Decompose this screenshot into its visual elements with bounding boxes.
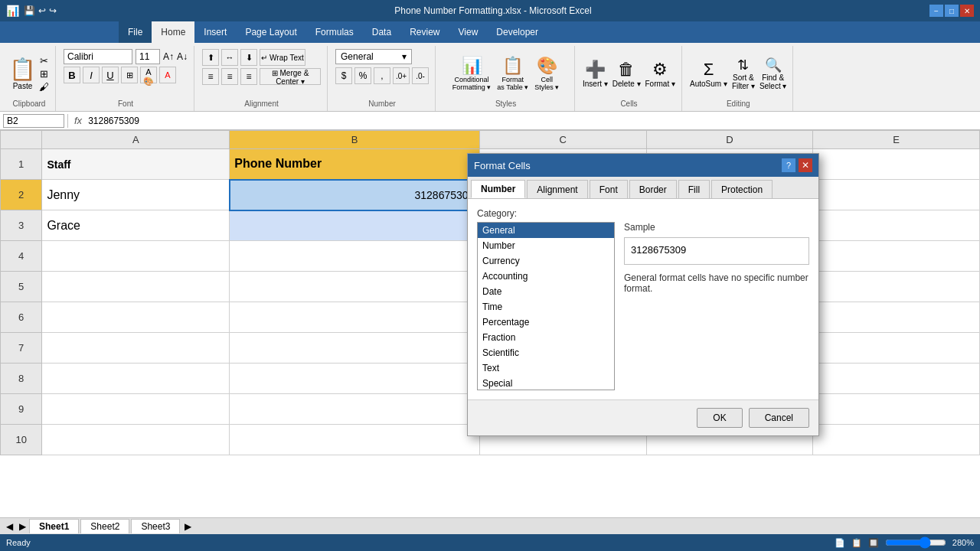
dialog-tabs: Number Alignment Font Border Fill Protec…: [468, 177, 818, 199]
dialog-tab-font[interactable]: Font: [590, 180, 628, 198]
category-item-general[interactable]: General: [478, 223, 614, 238]
category-label: Category:: [477, 208, 809, 219]
cancel-button[interactable]: Cancel: [749, 408, 809, 428]
dialog-footer: OK Cancel: [468, 399, 818, 435]
ok-button[interactable]: OK: [697, 408, 742, 428]
category-item-currency[interactable]: Currency: [478, 253, 614, 269]
category-item-number[interactable]: Number: [478, 238, 614, 253]
sample-description: General format cells have no specific nu…: [624, 272, 809, 294]
dialog-help-btn[interactable]: ?: [782, 158, 795, 172]
category-item-time[interactable]: Time: [478, 299, 614, 315]
dialog-tab-fill[interactable]: Fill: [678, 180, 710, 198]
sample-value: 3128675309: [631, 244, 686, 256]
sample-label: Sample: [624, 222, 809, 233]
dialog-tab-protection[interactable]: Protection: [711, 180, 773, 198]
category-item-date[interactable]: Date: [478, 284, 614, 299]
category-item-accounting[interactable]: Accounting: [478, 269, 614, 284]
dialog-tab-alignment[interactable]: Alignment: [527, 180, 587, 198]
format-cells-dialog: Format Cells ? ✕ Number Alignment Font B…: [467, 153, 819, 436]
category-item-fraction[interactable]: Fraction: [478, 330, 614, 345]
category-list[interactable]: General Number Currency Accounting Date …: [477, 222, 615, 390]
dialog-tab-number[interactable]: Number: [471, 180, 525, 198]
dialog-overlay: Format Cells ? ✕ Number Alignment Font B…: [0, 0, 980, 551]
sample-area: Sample 3128675309 General format cells h…: [624, 222, 809, 390]
dialog-title-bar: Format Cells ? ✕: [468, 154, 818, 177]
sample-box: 3128675309: [624, 237, 809, 265]
dialog-close-btn[interactable]: ✕: [799, 158, 812, 172]
category-item-percentage[interactable]: Percentage: [478, 315, 614, 330]
dialog-content-row: General Number Currency Accounting Date …: [477, 222, 809, 390]
category-item-special[interactable]: Special: [478, 376, 614, 390]
dialog-body: Category: General Number Currency Accoun…: [468, 199, 818, 399]
category-item-scientific[interactable]: Scientific: [478, 345, 614, 360]
dialog-tab-border[interactable]: Border: [629, 180, 677, 198]
category-item-text[interactable]: Text: [478, 360, 614, 376]
dialog-title: Format Cells: [474, 160, 531, 171]
